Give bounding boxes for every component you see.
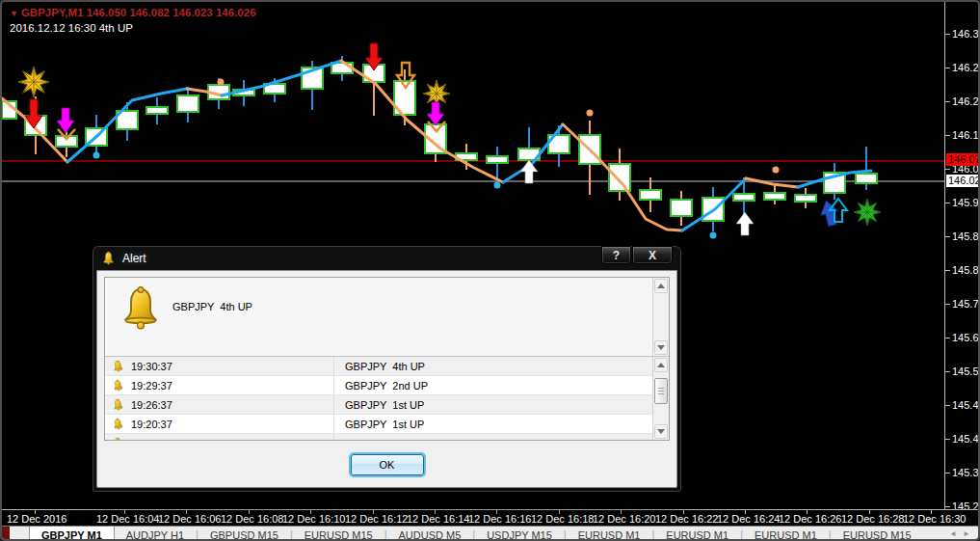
alert-row-message: GBPJPY 1st UP: [334, 399, 424, 411]
time-label: 12 Dec 16:06: [158, 513, 221, 525]
candle-body: [671, 200, 692, 216]
time-label: 12 Dec 16:08: [221, 513, 283, 525]
candle-body: [146, 107, 168, 114]
arrow-down-icon: [657, 429, 665, 434]
time-label: 12 Dec 16:26: [779, 513, 841, 525]
bell-icon: [111, 436, 125, 440]
chart-header: ▼GBPJPY,M1 146.050 146.082 146.023 146.0…: [10, 6, 256, 35]
price-tick: 145.970: [945, 197, 980, 208]
list-scrollbar[interactable]: [652, 357, 669, 440]
time-label: 12 Dec 16:10: [282, 513, 345, 525]
arrow-down-icon: [657, 345, 665, 350]
help-button[interactable]: ?: [601, 246, 631, 264]
candle-body: [177, 95, 199, 112]
mt4-chart-window: ▼GBPJPY,M1 146.050 146.082 146.023 146.0…: [0, 0, 980, 541]
alert-row-time: 19:20:28: [105, 434, 334, 440]
price-tick: 146.290: [945, 62, 980, 73]
alert-row-time: 19:30:37: [105, 357, 334, 375]
alert-list-rows: 19:30:37GBPJPY 4th UP19:29:37GBPJPY 2nd …: [105, 357, 652, 440]
price-tick: 145.890: [945, 230, 980, 242]
alert-row[interactable]: 19:30:37GBPJPY 4th UP: [105, 357, 652, 376]
price-tick: 145.330: [945, 467, 980, 478]
price-tick: 145.810: [945, 264, 980, 276]
alert-row[interactable]: 19:29:37GBPJPY 2nd UP: [105, 376, 652, 395]
alert-message-panel: GBPJPY 4th UP: [105, 278, 669, 357]
time-label: 12 Dec 16:24: [717, 513, 780, 525]
time-label: 12 Dec 16:18: [531, 513, 594, 525]
ok-button[interactable]: OK: [351, 454, 424, 475]
bid-price-label: 146.026: [946, 175, 980, 187]
signal-dot: [218, 79, 225, 86]
alert-row[interactable]: 19:26:37GBPJPY 1st UP: [105, 395, 652, 415]
bell-icon: [111, 397, 125, 412]
bell-icon: [101, 251, 116, 265]
signal-dot: [587, 110, 594, 117]
candle-body: [856, 174, 877, 183]
message-scroll-down-button[interactable]: [654, 340, 668, 355]
price-tick: 145.650: [945, 332, 980, 343]
candle-body: [487, 156, 508, 163]
tab-eurusd-m1-6[interactable]: EURUSD M1: [567, 527, 652, 539]
time-label: 12 Dec 16:16: [468, 513, 531, 525]
list-scroll-up-button[interactable]: [654, 358, 668, 372]
price-tick: 146.130: [945, 129, 980, 141]
dialog-title: Alert: [122, 252, 146, 265]
alert-history-list: 19:30:37GBPJPY 4th UP19:29:37GBPJPY 2nd …: [105, 357, 669, 440]
tab-gbpjpy-m1-0[interactable]: GBPJPY M1: [29, 527, 115, 539]
bell-icon: [111, 359, 125, 373]
ma-line-down: [746, 178, 798, 187]
bell-icon: [111, 378, 125, 392]
message-scroll-up-button[interactable]: [654, 279, 668, 293]
price-tick: 145.730: [945, 298, 980, 310]
tab-list: GBPJPY M1AUDJPY H1|GBPUSD M15|EURUSD M15…: [15, 527, 923, 539]
candle-body: [795, 195, 816, 202]
time-label: 12 Dec 16:14: [407, 513, 469, 525]
tab-nav-left-icon[interactable]: ◄: [949, 529, 957, 538]
symbol-ohlc-text: GBPJPY,M1 146.050 146.082 146.023 146.02…: [21, 7, 256, 18]
time-label: 12 Dec 16:22: [655, 513, 718, 525]
time-label: 12 Dec 16:20: [593, 513, 655, 525]
time-axis: 12 Dec 201612 Dec 16:0412 Dec 16:0612 De…: [2, 509, 978, 526]
time-label: 12 Dec 16:12: [345, 513, 408, 525]
buy-arrow-marker: [520, 160, 538, 183]
tab-usdjpy-m15-5[interactable]: USDJPY M15: [475, 527, 564, 539]
signal-dot: [710, 232, 717, 239]
alert-row-time: 19:29:37: [105, 376, 334, 394]
alert-bell-icon: [118, 283, 164, 333]
tab-bar-marker: [2, 527, 10, 539]
tab-eurusd-m15-9[interactable]: EURUSD M15: [832, 527, 923, 539]
caption-buttons: ? X: [601, 246, 673, 264]
tab-gbpusd-m15-2[interactable]: GBPUSD M15: [199, 527, 290, 539]
tab-eurusd-m15-3[interactable]: EURUSD M15: [293, 527, 384, 539]
alert-row-message: GBPJPY 1st UP: [334, 419, 424, 430]
candle-body: [733, 194, 755, 201]
signal-dot: [494, 182, 501, 189]
blue-up-arrow-marker: [818, 199, 841, 228]
buy-arrow-marker: [736, 212, 754, 235]
arrow-up-icon: [657, 284, 665, 288]
symbol-info: ▼GBPJPY,M1 146.050 146.082 146.023 146.0…: [10, 6, 256, 20]
alert-dialog-titlebar[interactable]: Alert ? X: [93, 246, 681, 270]
alert-row[interactable]: 19:20:28GBPJPY 1st Down 2nd Down: [105, 434, 652, 440]
symbol-dropdown-icon[interactable]: ▼: [10, 9, 18, 18]
tab-eurusd-m1-8[interactable]: EURUSD M1: [743, 527, 829, 539]
bell-icon: [111, 417, 125, 431]
candle-body: [640, 190, 661, 200]
list-scroll-down-button[interactable]: [654, 424, 668, 439]
signal-dot: [93, 152, 100, 159]
tab-audjpy-h1-1[interactable]: AUDJPY H1: [115, 527, 196, 539]
tab-nav-right-icon[interactable]: ►: [963, 529, 970, 538]
tab-audusd-m5-4[interactable]: AUDUSD M5: [387, 527, 473, 539]
scrollbar-thumb[interactable]: [654, 378, 668, 404]
price-tick: 145.490: [945, 399, 980, 411]
tab-eurusd-m1-7[interactable]: EURUSD M1: [654, 527, 740, 539]
price-tick: 146.370: [945, 28, 980, 40]
message-scrollbar[interactable]: [652, 278, 669, 356]
close-button[interactable]: X: [632, 246, 673, 264]
alert-dialog-body: GBPJPY 4th UP 19:30:37GBPJPY 4th UP19:29…: [96, 270, 677, 488]
time-label: 12 Dec 16:04: [96, 513, 159, 525]
signal-dot: [773, 167, 780, 174]
alert-dialog: Alert ? X GBPJPY 4th UP 19:30:37GBPJPY 4…: [92, 245, 682, 493]
alert-row[interactable]: 19:20:37GBPJPY 1st UP: [105, 415, 652, 434]
arrow-up-icon: [657, 363, 665, 367]
